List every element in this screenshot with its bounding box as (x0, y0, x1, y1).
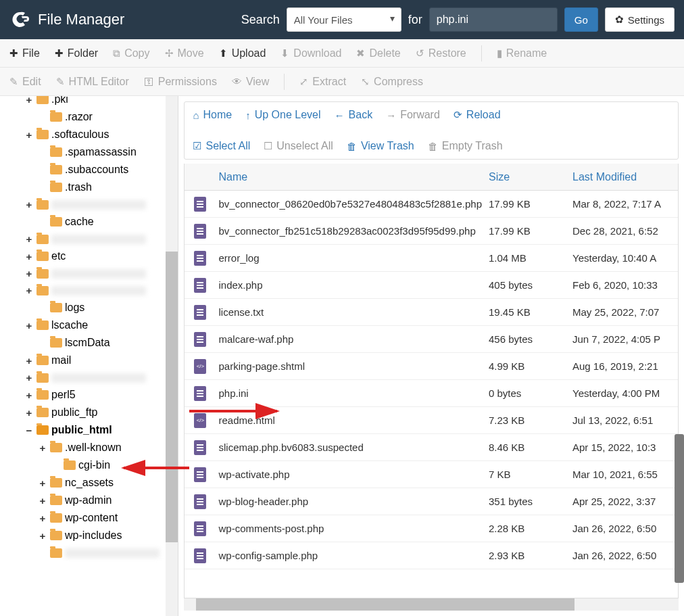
file-row[interactable]: error_log1.04 MBYesterday, 10:40 A (185, 245, 678, 272)
file-row[interactable]: slicemap.php.bv6083.suspected8.46 KBApr … (185, 434, 678, 461)
tree-toggle[interactable]: + (24, 372, 34, 383)
tree-item-label: .softaculous (51, 128, 109, 141)
forward-button[interactable]: →Forward (386, 109, 440, 121)
tree-item[interactable]: + (5, 282, 175, 299)
tree-scrollbar-thumb[interactable] (166, 252, 178, 542)
tree-item[interactable]: +.well-known (5, 439, 175, 456)
tree-toggle[interactable]: + (24, 407, 34, 419)
tree-item[interactable]: + (5, 265, 175, 282)
tree-toggle[interactable]: − (24, 425, 34, 436)
file-row[interactable]: bv_connector_08620ed0b7e5327e48048483c5f… (185, 191, 678, 218)
delete-button[interactable]: ✖Delete (356, 47, 400, 60)
tree-toggle[interactable]: + (24, 96, 34, 105)
tree-scrollbar-track[interactable] (166, 96, 178, 616)
tree-item[interactable]: −public_html (5, 421, 175, 439)
tree-toggle[interactable]: + (38, 530, 47, 542)
view-button[interactable]: 👁View (232, 76, 269, 88)
download-button[interactable]: ⬇Download (280, 47, 341, 60)
tree-item[interactable]: +cache (5, 213, 175, 231)
plus-icon: ✚ (55, 47, 64, 60)
file-row[interactable]: wp-comments-post.php2.28 KBJan 26, 2022,… (185, 515, 678, 542)
tree-toggle[interactable]: + (38, 513, 47, 524)
horizontal-scrollbar[interactable] (184, 598, 679, 611)
page-scrollbar-thumb[interactable] (675, 434, 684, 583)
tree-toggle[interactable]: + (24, 389, 34, 401)
file-row[interactable]: readme.html7.23 KBJul 13, 2022, 6:51 (185, 407, 678, 434)
move-button[interactable]: ✢Move (165, 47, 204, 60)
restore-button[interactable]: ↺Restore (416, 47, 466, 60)
tree-item[interactable]: +public_ftp (5, 404, 175, 421)
tree-item[interactable]: + (5, 231, 175, 247)
tree-toggle[interactable]: + (24, 199, 34, 210)
select-all-button[interactable]: ☑Select All (193, 140, 250, 152)
tree-item[interactable]: + (5, 369, 175, 386)
tree-item[interactable]: +perl5 (5, 386, 175, 404)
search-scope-select[interactable]: All Your Files (287, 7, 401, 32)
tree-toggle[interactable]: + (24, 355, 34, 366)
new-folder-button[interactable]: ✚Folder (55, 47, 98, 60)
empty-trash-button[interactable]: 🗑Empty Trash (428, 140, 503, 152)
settings-button[interactable]: ✿ Settings (605, 7, 675, 32)
reload-button[interactable]: ⟳Reload (454, 109, 501, 121)
search-input[interactable] (429, 7, 558, 32)
file-row[interactable]: index.php405 bytesFeb 6, 2020, 10:33 (185, 272, 678, 299)
tree-item[interactable]: +.spamassassin (5, 143, 175, 161)
rename-button[interactable]: ▮Rename (497, 47, 547, 60)
horizontal-scrollbar-thumb[interactable] (196, 598, 575, 611)
tree-item[interactable]: +wp-admin (5, 492, 175, 509)
tree-toggle[interactable]: + (38, 477, 47, 489)
file-row[interactable]: php.ini0 bytesYesterday, 4:00 PM (185, 380, 678, 407)
extract-button[interactable]: ⤢Extract (299, 76, 346, 88)
file-row[interactable]: wp-config-sample.php2.93 KBJan 26, 2022,… (185, 542, 678, 569)
file-row[interactable]: wp-blog-header.php351 bytesApr 25, 2022,… (185, 488, 678, 515)
tree-item[interactable]: +wp-includes (5, 527, 175, 544)
tree-item[interactable]: +.trash (5, 179, 175, 196)
file-row[interactable]: license.txt19.45 KBMay 25, 2022, 7:07 (185, 299, 678, 326)
edit-button[interactable]: ✎Edit (9, 76, 41, 88)
tree-item[interactable]: + (5, 544, 175, 561)
tree-toggle[interactable]: + (24, 251, 34, 262)
file-row[interactable]: wp-activate.php7 KBMar 10, 2021, 6:55 (185, 461, 678, 488)
tree-toggle[interactable]: + (38, 442, 47, 454)
tree-toggle[interactable]: + (24, 320, 34, 331)
file-size: 405 bytes (489, 279, 572, 291)
tree-toggle[interactable]: + (24, 129, 34, 141)
up-one-level-button[interactable]: ↑Up One Level (245, 109, 320, 121)
permissions-button[interactable]: ⚿Permissions (144, 76, 217, 88)
file-row[interactable]: bv_connector_fb251c518b29283ac0023f3d95f… (185, 218, 678, 245)
tree-item[interactable]: +etc (5, 247, 175, 265)
tree-item[interactable]: +nc_assets (5, 474, 175, 492)
file-icon (194, 521, 206, 536)
tree-item[interactable]: +mail (5, 352, 175, 369)
new-file-button[interactable]: ✚File (9, 47, 40, 60)
tree-item[interactable]: +.razor (5, 108, 175, 126)
tree-toggle[interactable]: + (38, 495, 47, 506)
column-size[interactable]: Size (489, 171, 572, 183)
tree-item[interactable]: +.pki (5, 96, 175, 108)
file-row[interactable]: malcare-waf.php456 bytesJun 7, 2022, 4:0… (185, 326, 678, 353)
html-editor-button[interactable]: ✎HTML Editor (56, 76, 129, 88)
copy-button[interactable]: ⧉Copy (113, 47, 149, 60)
tree-item[interactable]: +logs (5, 299, 175, 316)
home-button[interactable]: ⌂Home (193, 109, 232, 121)
column-name[interactable]: Name (216, 171, 489, 183)
unselect-all-button[interactable]: ☐Unselect All (264, 140, 333, 152)
tree-toggle[interactable]: + (24, 285, 34, 296)
tree-item[interactable]: +lscache (5, 316, 175, 334)
column-modified[interactable]: Last Modified (572, 171, 678, 183)
folder-tree[interactable]: +.pki+.razor+.softaculous+.spamassassin+… (0, 96, 178, 616)
file-row[interactable]: parking-page.shtml4.99 KBAug 16, 2019, 2… (185, 353, 678, 380)
tree-toggle[interactable]: + (24, 233, 34, 245)
tree-item[interactable]: +.subaccounts (5, 161, 175, 179)
tree-item[interactable]: +lscmData (5, 334, 175, 352)
tree-item[interactable]: + (5, 196, 175, 213)
tree-item[interactable]: +wp-content (5, 509, 175, 527)
back-button[interactable]: ←Back (335, 109, 373, 121)
compress-button[interactable]: ⤡Compress (361, 76, 423, 88)
tree-item[interactable]: +cgi-bin (5, 456, 175, 474)
tree-item[interactable]: +.softaculous (5, 126, 175, 143)
upload-button[interactable]: ⬆Upload (219, 47, 266, 60)
view-trash-button[interactable]: 🗑View Trash (347, 140, 414, 152)
tree-toggle[interactable]: + (24, 268, 34, 279)
go-button[interactable]: Go (564, 7, 598, 32)
